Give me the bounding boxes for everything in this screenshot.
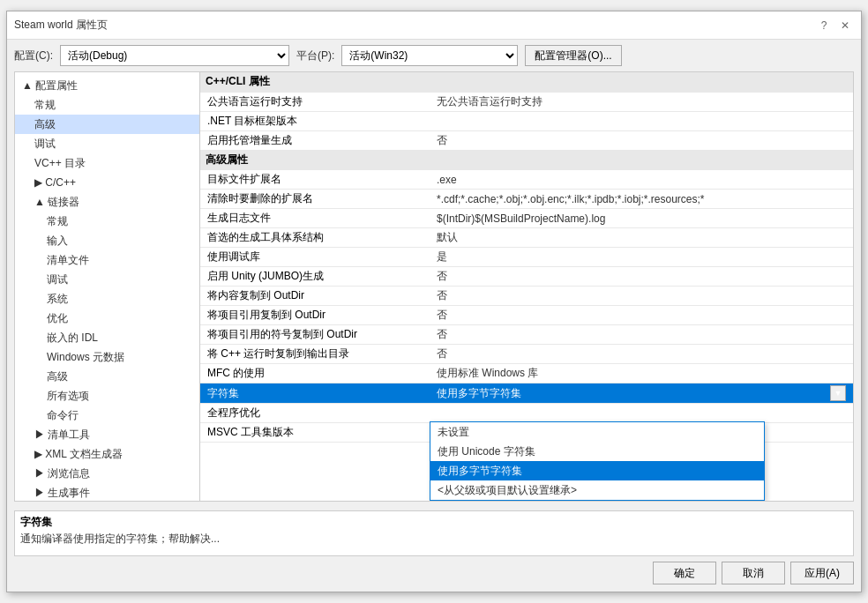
tree-item-build_event[interactable]: ▶ 生成事件 xyxy=(15,483,199,501)
tree-item-xml[interactable]: ▶ XML 文档生成器 xyxy=(15,444,199,464)
prop-value: .exe xyxy=(430,170,853,190)
prop-row[interactable]: 清除时要删除的扩展名*.cdf;*.cache;*.obj;*.obj.enc;… xyxy=(200,190,853,209)
dropdown-cell: 使用多字节字符集▼ xyxy=(437,385,846,401)
apply-button[interactable]: 应用(A) xyxy=(790,562,854,584)
help-button[interactable]: ? xyxy=(815,17,833,34)
tree-item-label: 系统 xyxy=(47,292,68,307)
tree-item-lj_win[interactable]: Windows 元数据 xyxy=(15,347,199,367)
prop-name: 启用 Unity (JUMBO)生成 xyxy=(200,267,430,287)
dropdown-option[interactable]: 使用 Unicode 字符集 xyxy=(430,442,764,461)
dropdown-option[interactable]: <从父级或项目默认设置继承> xyxy=(430,480,764,500)
tree-item-label: 嵌入的 IDL xyxy=(47,331,98,346)
prop-row[interactable]: 将内容复制到 OutDir否 xyxy=(200,287,853,306)
prop-value: 否 xyxy=(430,325,853,345)
tree-item-lj_all[interactable]: 所有选项 xyxy=(15,386,199,406)
tree-item-label: 高级 xyxy=(34,117,56,132)
prop-row[interactable]: 将项目引用的符号复制到 OutDir否 xyxy=(200,325,853,345)
tree-item-lj_qianru[interactable]: 嵌入的 IDL xyxy=(15,328,199,347)
dropdown-value: 使用多字节字符集 xyxy=(437,386,521,401)
dropdown-option[interactable]: 未设置 xyxy=(430,422,764,442)
prop-name: 将 C++ 运行时复制到输出目录 xyxy=(200,345,430,364)
tree-item-lj_cmd[interactable]: 命令行 xyxy=(15,406,199,425)
prop-value: 默认 xyxy=(430,228,853,248)
prop-value: 否 xyxy=(430,130,853,150)
prop-value: $(IntDir)$(MSBuildProjectName).log xyxy=(430,209,853,228)
prop-value: 否 xyxy=(430,287,853,306)
tree-item-lj_xitong[interactable]: 系统 xyxy=(15,289,199,309)
dropdown-arrow-button[interactable]: ▼ xyxy=(830,385,846,401)
ok-button[interactable]: 确定 xyxy=(653,562,716,584)
prop-row[interactable]: 启用 Unity (JUMBO)生成否 xyxy=(200,267,853,287)
tree-item-ccpp[interactable]: ▶ C/C++ xyxy=(15,173,199,192)
prop-value xyxy=(430,111,853,130)
tree-item-lj_shuru[interactable]: 输入 xyxy=(15,231,199,250)
tree-item-label: VC++ 目录 xyxy=(34,156,86,171)
prop-row[interactable]: 将 C++ 运行时复制到输出目录否 xyxy=(200,345,853,364)
tree-item-label: 调试 xyxy=(47,272,68,287)
prop-name: 将项目引用的符号复制到 OutDir xyxy=(200,325,430,345)
prop-value[interactable]: 使用多字节字符集▼ xyxy=(430,383,853,404)
prop-table-advanced: 高级属性目标文件扩展名.exe清除时要删除的扩展名*.cdf;*.cache;*… xyxy=(200,151,853,443)
prop-row[interactable]: .NET 目标框架版本 xyxy=(200,111,853,130)
cancel-button[interactable]: 取消 xyxy=(722,562,785,584)
config-manager-button[interactable]: 配置管理器(O)... xyxy=(525,45,621,66)
prop-name: 清除时要删除的扩展名 xyxy=(200,190,430,209)
tree-item-changgui[interactable]: 常规 xyxy=(15,95,199,115)
prop-name: 将项目引用复制到 OutDir xyxy=(200,306,430,325)
tree-item-label: ▶ 清单工具 xyxy=(34,428,90,443)
tree-item-lianjie[interactable]: ▲ 链接器 xyxy=(15,192,199,212)
tree-item-tiaoshi[interactable]: 调试 xyxy=(15,134,199,153)
prop-name: 首选的生成工具体系结构 xyxy=(200,228,430,248)
right-panel: C++/CLI 属性公共语言运行时支持无公共语言运行时支持.NET 目标框架版本… xyxy=(200,72,853,501)
dropdown-option[interactable]: 使用多字节字符集 xyxy=(430,461,764,480)
prop-row[interactable]: 首选的生成工具体系结构默认 xyxy=(200,228,853,248)
dialog-title: Steam world 属性页 xyxy=(14,18,108,33)
tree-item-vcdir[interactable]: VC++ 目录 xyxy=(15,153,199,173)
prop-row[interactable]: 目标文件扩展名.exe xyxy=(200,170,853,190)
prop-value: 是 xyxy=(430,248,853,267)
tree-item-label: ▶ XML 文档生成器 xyxy=(34,447,123,462)
tree-item-label: ▲ 链接器 xyxy=(34,195,79,210)
prop-value: 否 xyxy=(430,306,853,325)
group-header-advanced: 高级属性 xyxy=(200,151,853,170)
desc-title: 字符集 xyxy=(20,515,848,530)
tree-item-label: 优化 xyxy=(47,311,68,326)
prop-row[interactable]: 全程序优化 xyxy=(200,404,853,423)
tree-item-lj_gaoji[interactable]: 高级 xyxy=(15,367,199,386)
prop-row[interactable]: 将项目引用复制到 OutDir否 xyxy=(200,306,853,325)
prop-name: 公共语言运行时支持 xyxy=(200,92,430,111)
description-box: 字符集 通知编译器使用指定的字符集；帮助解决... xyxy=(14,510,854,556)
group-header-cpp_cli: C++/CLI 属性 xyxy=(200,72,853,92)
tree-item-lj_tiaoshi[interactable]: 调试 xyxy=(15,270,199,289)
dropdown-overlay: 未设置使用 Unicode 字符集使用多字节字符集<从父级或项目默认设置继承> xyxy=(430,421,765,501)
tree-item-label: ▶ C/C++ xyxy=(34,176,76,189)
prop-row[interactable]: 使用调试库是 xyxy=(200,248,853,267)
platform-select[interactable]: 活动(Win32) xyxy=(341,45,518,66)
prop-value: 无公共语言运行时支持 xyxy=(430,92,853,111)
tree-item-lj_youhua[interactable]: 优化 xyxy=(15,309,199,328)
prop-row[interactable]: 生成日志文件$(IntDir)$(MSBuildProjectName).log xyxy=(200,209,853,228)
tree-item-gaoji[interactable]: 高级 xyxy=(15,115,199,134)
prop-value: 否 xyxy=(430,267,853,287)
prop-row[interactable]: 启用托管增量生成否 xyxy=(200,130,853,150)
tree-item-label: 高级 xyxy=(47,369,68,384)
tree-item-label: 所有选项 xyxy=(47,389,89,404)
tree-item-label: 调试 xyxy=(34,137,56,152)
config-label: 配置(C): xyxy=(14,48,53,63)
prop-value: 使用标准 Windows 库 xyxy=(430,364,853,383)
prop-row[interactable]: 公共语言运行时支持无公共语言运行时支持 xyxy=(200,92,853,111)
desc-text: 通知编译器使用指定的字符集；帮助解决... xyxy=(20,532,848,547)
prop-row[interactable]: MFC 的使用使用标准 Windows 库 xyxy=(200,364,853,383)
tree-item-peizhi[interactable]: ▲ 配置属性 xyxy=(15,76,199,95)
tree-item-lj_qingdan[interactable]: 清单文件 xyxy=(15,250,199,270)
config-select[interactable]: 活动(Debug) xyxy=(60,45,289,66)
tree-item-label: ▲ 配置属性 xyxy=(22,78,78,93)
tree-item-lj_changgui[interactable]: 常规 xyxy=(15,212,199,231)
prop-name: 启用托管增量生成 xyxy=(200,130,430,150)
prop-name: 全程序优化 xyxy=(200,404,430,423)
tree-item-browse[interactable]: ▶ 浏览信息 xyxy=(15,464,199,483)
close-button[interactable]: ✕ xyxy=(836,17,854,34)
prop-row[interactable]: 字符集使用多字节字符集▼ xyxy=(200,383,853,404)
tree-item-qingdan[interactable]: ▶ 清单工具 xyxy=(15,425,199,444)
prop-name: 使用调试库 xyxy=(200,248,430,267)
